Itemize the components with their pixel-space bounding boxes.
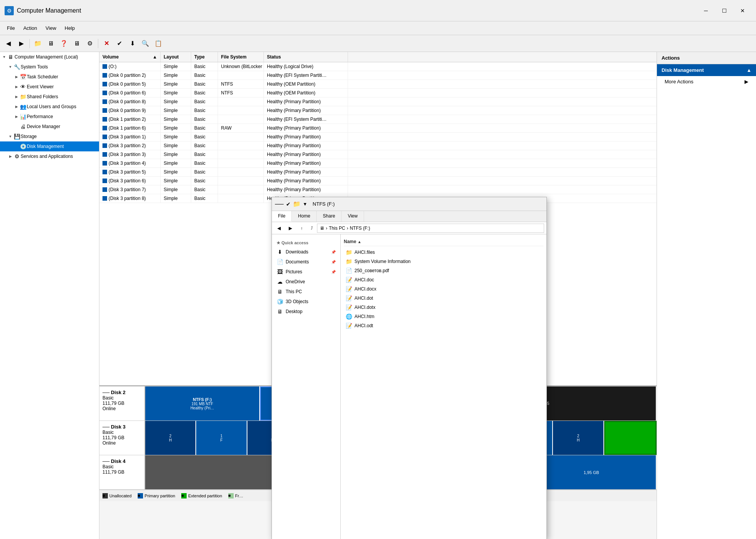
delete-button[interactable]: ✕ — [100, 37, 112, 50]
folder-button[interactable]: 📁 — [32, 37, 44, 50]
part-icon-13 — [102, 179, 107, 183]
table-row-6[interactable]: (Disk 1 partition 2) Simple Basic Health… — [99, 115, 657, 124]
fe-tab-view[interactable]: View — [341, 211, 364, 222]
disk-2-status: Online — [102, 406, 141, 411]
forward-button[interactable]: ▶ — [15, 37, 28, 50]
fe-sidebar-onedrive[interactable]: ☁ OneDrive — [272, 277, 340, 287]
fe-sidebar-downloads[interactable]: ⬇ Downloads 📌 — [272, 247, 340, 257]
disk-3-part-2[interactable]: 1F — [196, 421, 247, 455]
fe-file-pdf[interactable]: 📄 250_советов.pdf — [344, 266, 543, 275]
table-row-2[interactable]: (Disk 0 partition 5) Simple Basic NTFS H… — [99, 80, 657, 89]
title-bar: ⚙ Computer Management ─ ☐ ✕ — [0, 0, 756, 21]
close-button[interactable]: ✕ — [734, 5, 751, 16]
fe-tab-home[interactable]: Home — [292, 211, 317, 222]
monitor-button[interactable]: 🖥 — [71, 37, 83, 50]
td-type-10: Basic — [191, 150, 218, 159]
table-row-9[interactable]: (Disk 3 partition 2) Simple Basic Health… — [99, 141, 657, 150]
icon-services-apps: ⚙ — [13, 153, 21, 160]
part-icon-8 — [102, 135, 107, 139]
tree-disk-management[interactable]: 💿 Disk Management — [0, 141, 99, 151]
table-row-4[interactable]: (Disk 0 partition 8) Simple Basic Health… — [99, 97, 657, 106]
properties-button[interactable]: ⚙ — [84, 37, 96, 50]
col-header-fs[interactable]: File System — [218, 52, 264, 62]
fe-tab-file[interactable]: File — [272, 211, 292, 222]
legend-label-unallocated: Unallocated — [109, 494, 132, 498]
help-button[interactable]: ❓ — [58, 37, 70, 50]
tree-computer-management[interactable]: ▼ 🖥 Computer Management (Local) — [0, 52, 99, 62]
col-header-status[interactable]: Status — [264, 52, 348, 62]
fe-address-separator-1: › — [326, 226, 327, 231]
tree-task-scheduler[interactable]: ▶ 📅 Task Scheduler — [0, 72, 99, 82]
table-row-10[interactable]: (Disk 3 partition 3) Simple Basic Health… — [99, 150, 657, 159]
fe-file-sysvolinfo[interactable]: 📁 System Volume Information — [344, 257, 543, 266]
fe-file-ahcidotx[interactable]: 📝 AHCI.dotx — [344, 303, 543, 312]
table-row-11[interactable]: (Disk 3 partition 4) Simple Basic Health… — [99, 159, 657, 168]
table-row-0[interactable]: (O:) Simple Basic Unknown (BitLocker Enc… — [99, 62, 657, 71]
col-header-layout[interactable]: Layout — [161, 52, 191, 62]
table-row-12[interactable]: (Disk 3 partition 5) Simple Basic Health… — [99, 168, 657, 177]
tree-device-manager[interactable]: 🖨 Device Manager — [0, 122, 99, 132]
table-row-8[interactable]: (Disk 3 partition 1) Simple Basic Health… — [99, 133, 657, 141]
down-button[interactable]: ⬇ — [126, 37, 138, 50]
menu-help[interactable]: Help — [61, 24, 79, 32]
table-row-5[interactable]: (Disk 0 partition 9) Simple Basic Health… — [99, 106, 657, 115]
fe-address-path[interactable]: 🖥 › This PC › NTFS (F:) — [317, 224, 544, 233]
tree-system-tools[interactable]: ▼ 🔧 System Tools — [0, 62, 99, 72]
fe-file-ahcidoc[interactable]: 📝 AHCI.doc — [344, 275, 543, 284]
tree-storage[interactable]: ▼ 💾 Storage — [0, 132, 99, 141]
fe-file-ahcihtm[interactable]: 🌐 AHCI.htm — [344, 312, 543, 321]
minimize-button[interactable]: ─ — [697, 5, 715, 16]
maximize-button[interactable]: ☐ — [715, 5, 733, 16]
td-fs-4 — [218, 97, 264, 106]
actions-more-actions[interactable]: More Actions ▶ — [657, 76, 756, 87]
fe-icon-ahcifiles: 📁 — [345, 249, 352, 256]
fe-sidebar-pictures[interactable]: 🖼 Pictures 📌 — [272, 267, 340, 277]
col-header-type[interactable]: Type — [191, 52, 218, 62]
table-row-3[interactable]: (Disk 0 partition 6) Simple Basic NTFS H… — [99, 89, 657, 97]
fe-back-btn[interactable]: ◀ — [274, 224, 283, 233]
fe-tab-share[interactable]: Share — [317, 211, 341, 222]
actions-title: Actions — [657, 52, 756, 64]
disk-4-type: Basic — [102, 464, 141, 469]
disk-3-part-1[interactable]: 2H — [145, 421, 196, 455]
disk-2-part-1[interactable]: NTFS (F:) 191 MB NTF Healthy (Pri… — [145, 386, 260, 420]
fe-file-ahcifiles[interactable]: 📁 AHCI.files — [344, 248, 543, 257]
part-icon-0 — [102, 64, 107, 69]
tree-local-users[interactable]: ▶ 👥 Local Users and Groups — [0, 102, 99, 112]
disk-3-part-9[interactable]: 2H — [553, 421, 604, 455]
col-header-volume[interactable]: Volume▲ — [99, 52, 161, 62]
fe-sidebar-desktop[interactable]: 🖥 Desktop — [272, 307, 340, 317]
export-button[interactable]: 📋 — [152, 37, 164, 50]
fe-file-ahcidocx[interactable]: 📝 AHCI.docx — [344, 284, 543, 294]
check-button[interactable]: ✔ — [113, 37, 125, 50]
actions-section-header[interactable]: Disk Management ▲ — [657, 64, 756, 76]
search-button[interactable]: 🔍 — [139, 37, 151, 50]
table-row-14[interactable]: (Disk 3 partition 7) Simple Basic Health… — [99, 185, 657, 194]
fe-file-ahciodt[interactable]: 📝 AHCI.odt — [344, 321, 543, 330]
tree-performance[interactable]: ▶ 📊 Performance — [0, 112, 99, 122]
back-button[interactable]: ◀ — [2, 37, 15, 50]
menu-file[interactable]: File — [3, 24, 19, 32]
menu-view[interactable]: View — [42, 24, 60, 32]
tree-services-apps[interactable]: ▶ ⚙ Services and Applications — [0, 151, 99, 161]
fe-sidebar-thispc[interactable]: 🖥 This PC — [272, 287, 340, 297]
fe-file-ahcidot[interactable]: 📝 AHCI.dot — [344, 294, 543, 303]
computer-button[interactable]: 🖥 — [45, 37, 57, 50]
fe-up-btn[interactable]: ↑ — [297, 224, 306, 233]
table-row-7[interactable]: (Disk 1 partition 6) Simple Basic RAW He… — [99, 124, 657, 133]
menu-action[interactable]: Action — [20, 24, 41, 32]
td-fs-9 — [218, 141, 264, 150]
tree-shared-folders[interactable]: ▶ 📁 Shared Folders — [0, 92, 99, 102]
file-explorer: ── ✔ 📁 ▼ NTFS (F:) File Home Share View … — [272, 197, 547, 539]
tree-event-viewer[interactable]: ▶ 👁 Event Viewer — [0, 82, 99, 92]
disk-3-part-10[interactable] — [604, 421, 657, 455]
fe-address-nav[interactable]: ⤴ — [309, 224, 315, 233]
td-status-2: Healthy (OEM Partition) — [264, 80, 348, 88]
td-layout-2: Simple — [161, 80, 191, 88]
fe-sidebar-documents[interactable]: 📄 Documents 📌 — [272, 257, 340, 267]
fe-forward-btn[interactable]: ▶ — [286, 224, 295, 233]
fe-sidebar-3dobjects[interactable]: 🧊 3D Objects — [272, 297, 340, 307]
table-row-1[interactable]: (Disk 0 partition 2) Simple Basic Health… — [99, 71, 657, 80]
table-row-13[interactable]: (Disk 3 partition 6) Simple Basic Health… — [99, 177, 657, 185]
icon-shared-folders: 📁 — [19, 93, 27, 101]
